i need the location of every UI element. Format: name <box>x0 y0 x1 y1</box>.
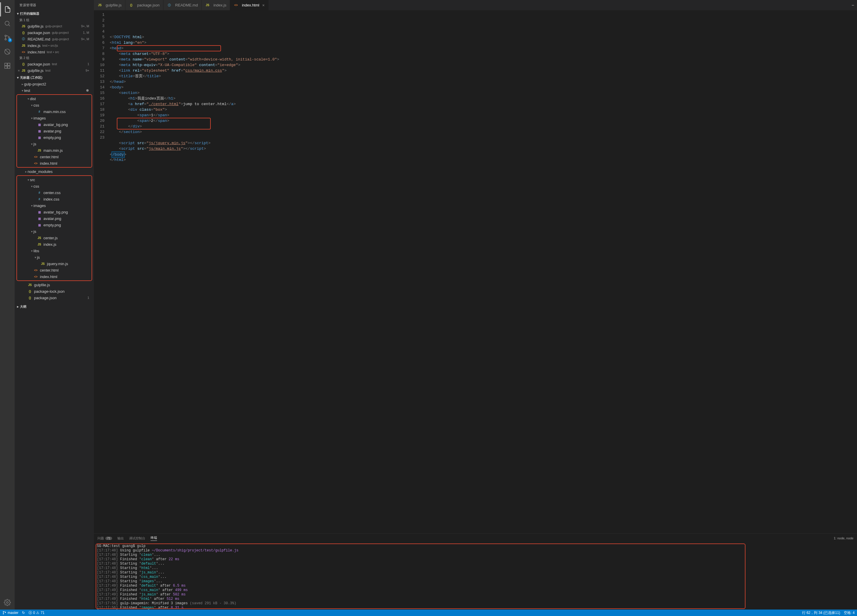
file-item[interactable]: JScenter.js <box>17 235 91 241</box>
sidebar-title: 资源管理器 <box>15 0 94 10</box>
terminal-selector[interactable]: 1: node, node <box>834 536 854 540</box>
panel-tab-debug[interactable]: 调试控制台 <box>129 536 145 540</box>
file-icon: {} <box>21 62 26 67</box>
file-item[interactable]: #center.css <box>17 189 91 196</box>
file-item[interactable]: <>center.html <box>17 153 91 160</box>
open-editors-header[interactable]: ▾打开的编辑器 <box>15 10 94 17</box>
file-item[interactable]: JSjquery.min.js <box>17 260 91 267</box>
panel-tab-terminal[interactable]: 终端 <box>150 536 157 541</box>
file-icon: JS <box>37 148 42 153</box>
status-sync[interactable]: ↻ <box>22 611 25 615</box>
file-item[interactable]: #main.min.css <box>17 108 91 115</box>
folder-item[interactable]: ▾images <box>17 202 91 209</box>
folder-item[interactable]: ▾js <box>17 141 91 147</box>
file-item[interactable]: <>center.html <box>17 267 91 273</box>
outline-header[interactable]: ▸大纲 <box>15 303 94 310</box>
item-label: images <box>34 203 46 208</box>
status-cursor[interactable]: 行 62，列 34 (已选择11) <box>802 610 840 615</box>
settings-activity[interactable] <box>0 596 14 610</box>
scm-badge: 3 <box>8 38 12 42</box>
tab-more-actions[interactable]: ⋯ <box>849 0 857 10</box>
status-problems[interactable]: ⓧ0 ⚠71 <box>28 610 45 615</box>
item-label: avatar.png <box>43 217 61 221</box>
folder-item[interactable]: ▾js <box>17 254 91 260</box>
minimap[interactable] <box>851 10 857 533</box>
editor-tabs: JS gulpfile.js {} package.json ⓘ README.… <box>94 0 857 10</box>
file-item[interactable]: <>index.html <box>17 160 91 167</box>
open-editor-item[interactable]: × ⓘ README.md gulp-project 9+, M <box>15 36 94 42</box>
folder-item[interactable]: ▾css <box>17 102 91 108</box>
file-icon: {} <box>28 289 32 294</box>
open-editor-item[interactable]: × JS index.js test • src/js <box>15 42 94 49</box>
folder-item[interactable]: ▾dist <box>17 96 91 102</box>
status-branch[interactable]: master <box>2 611 19 615</box>
terminal-line: [17:17:48] Starting 'images'... <box>97 579 854 584</box>
editor-tab[interactable]: JS index.js <box>202 0 230 10</box>
chevron-icon: ▸ <box>20 82 24 86</box>
file-name: package.json <box>28 62 50 67</box>
file-item[interactable]: ▦empty.png <box>17 222 91 228</box>
terminal-line: [17:17:49] Finished 'css_main' after 499… <box>97 588 854 593</box>
file-item[interactable]: {}package.json1 <box>15 294 94 301</box>
open-editor-item[interactable]: × JS gulpfile.js test 9+ <box>15 67 94 74</box>
item-label: dist <box>30 97 36 101</box>
scm-activity[interactable]: 3 <box>0 31 14 45</box>
file-item[interactable]: ▦avatar.png <box>17 128 91 134</box>
file-icon: ▦ <box>37 223 42 227</box>
file-status: 1 <box>87 62 91 66</box>
folder-item[interactable]: ▸node_modules <box>15 168 94 175</box>
terminal-line: [17:17:48] Using gulpfile ~/Documents/sh… <box>97 548 854 553</box>
item-label: gulpfile.js <box>34 283 50 287</box>
explorer-activity[interactable] <box>0 2 14 17</box>
file-item[interactable]: ▦avatar.png <box>17 215 91 222</box>
editor-body[interactable]: 1234567891011121314151617181920212223 <!… <box>94 10 857 533</box>
panel-tab-output[interactable]: 输出 <box>118 536 124 540</box>
folder-item[interactable]: ▾js <box>17 228 91 235</box>
editor-tab[interactable]: {} package.json <box>125 0 164 10</box>
status-bar: master ↻ ⓧ0 ⚠71 行 62，列 34 (已选择11) 空格: 4 <box>0 610 857 616</box>
item-label: main.min.css <box>43 110 66 114</box>
file-icon: ▦ <box>37 128 42 133</box>
folder-item[interactable]: ▾libs <box>17 248 91 254</box>
folder-item[interactable]: ▾src <box>17 176 91 183</box>
workspace-header[interactable]: ▾无标题 (工作区) <box>15 74 94 81</box>
tree-annotation-box: ▾dist▾css#main.min.css▾images▦avatar_bg.… <box>16 94 92 168</box>
chevron-icon: ▾ <box>26 97 30 101</box>
editor-tab[interactable]: JS gulpfile.js <box>94 0 125 10</box>
folder-item[interactable]: ▾css <box>17 183 91 189</box>
file-item[interactable]: JSindex.js <box>17 241 91 248</box>
tab-label: index.js <box>213 3 226 7</box>
folder-item[interactable]: ▾images <box>17 115 91 121</box>
editor-tab[interactable]: <> index.html × <box>230 0 268 10</box>
file-item[interactable]: ▦avatar_bg.png <box>17 121 91 128</box>
file-icon: JS <box>21 68 26 73</box>
terminal-output[interactable]: SG-MAC:test guang$ gulp[17:17:48] Using … <box>94 543 857 610</box>
extensions-activity[interactable] <box>0 59 14 73</box>
close-icon[interactable]: × <box>262 3 265 8</box>
file-item[interactable]: JSmain.min.js <box>17 147 91 153</box>
folder-item[interactable]: ▾test <box>15 87 94 94</box>
item-label: gulp-project2 <box>24 82 46 86</box>
status-spaces[interactable]: 空格: 4 <box>844 610 855 615</box>
panel-tab-problems[interactable]: 问题 71 <box>97 536 112 540</box>
editor-tab[interactable]: ⓘ README.md <box>164 0 202 10</box>
code-content[interactable]: <!DOCTYPE html><html lang="en"><head> <m… <box>108 10 851 533</box>
file-item[interactable]: <>index.html <box>17 273 91 280</box>
file-item[interactable]: {}package-lock.json <box>15 288 94 294</box>
folder-item[interactable]: ▸gulp-project2 <box>15 81 94 87</box>
item-label: main.min.js <box>43 148 63 153</box>
file-icon: JS <box>28 282 32 287</box>
open-editor-item[interactable]: × <> index.html test • src <box>15 49 94 55</box>
file-item[interactable]: JSgulpfile.js <box>15 282 94 288</box>
debug-activity[interactable] <box>0 45 14 59</box>
open-editor-item[interactable]: × {} package.json gulp-project 1, M <box>15 29 94 36</box>
close-icon[interactable]: × <box>16 68 21 73</box>
search-activity[interactable] <box>0 17 14 31</box>
file-item[interactable]: #index.css <box>17 196 91 202</box>
item-label: js <box>34 229 36 234</box>
open-editor-item[interactable]: × {} package.json test 1 <box>15 61 94 67</box>
terminal-line: [17:17:56] Finished 'images' after 8.31 … <box>97 606 854 610</box>
open-editor-item[interactable]: × JS gulpfile.js gulp-project 9+, M <box>15 23 94 29</box>
file-item[interactable]: ▦avatar_bg.png <box>17 209 91 215</box>
file-item[interactable]: ▦empty.png <box>17 134 91 141</box>
